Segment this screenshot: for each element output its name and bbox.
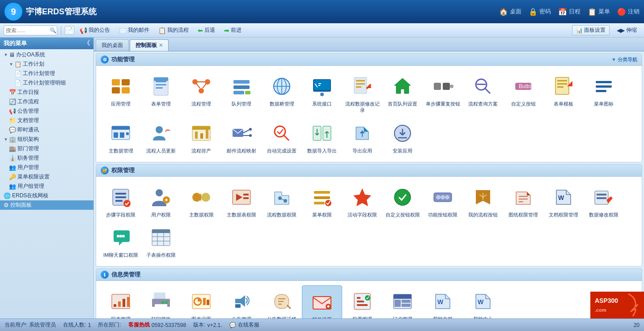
status-online-service[interactable]: 💬 在线客服 bbox=[229, 321, 259, 329]
icon-item-install-app[interactable]: 安装应用 bbox=[382, 117, 423, 157]
icon-item-active-field-auth[interactable]: 活动字段权限 bbox=[342, 181, 382, 221]
sidebar-item-control-panel[interactable]: ⚙ 控制面板 bbox=[0, 200, 93, 210]
sidebar-workflow-label: 工作流程 bbox=[17, 98, 39, 106]
icon-label-menu-icon: 菜单图标 bbox=[594, 101, 614, 107]
panel-setting-button[interactable]: 📊 面板设置 bbox=[572, 25, 610, 35]
toolbar-email[interactable]: ✉️ 我的邮件 bbox=[115, 25, 153, 35]
sidebar-item-workflow[interactable]: 🔄 工作流程 bbox=[0, 97, 93, 106]
svg-rect-84 bbox=[314, 191, 330, 194]
icon-item-menu-auth2[interactable]: 菜单权限 bbox=[302, 181, 342, 221]
sidebar-item-position[interactable]: 👔 职务管理 bbox=[0, 153, 93, 163]
icon-label-drawing-auth: 图纸权限管理 bbox=[508, 212, 538, 218]
icon-item-my-flow-btn[interactable]: 我的流程按钮 bbox=[463, 181, 503, 221]
nav-desktop[interactable]: 🏠 桌面 bbox=[499, 8, 521, 16]
icon-item-flow-query[interactable]: 流程查询方案 bbox=[463, 70, 503, 117]
svg-rect-135 bbox=[394, 294, 411, 299]
sidebar-header: 我的菜单 《 bbox=[0, 38, 93, 49]
icon-item-help-center[interactable]: W帮助中心 bbox=[463, 285, 503, 318]
tab-close-icon[interactable]: ✕ bbox=[159, 42, 163, 48]
sidebar-item-im[interactable]: 💬 即时通讯 bbox=[0, 125, 93, 135]
icon-item-chart-setting[interactable]: 图表设置 bbox=[181, 285, 221, 318]
icon-label-export-app: 导出应用 bbox=[352, 148, 372, 154]
icon-item-form-mgmt[interactable]: 表单管理 bbox=[141, 70, 181, 117]
sidebar-item-user[interactable]: 👥 用户管理 bbox=[0, 163, 93, 172]
nav-calendar[interactable]: 📅 日程 bbox=[558, 8, 580, 16]
sidebar-collapse-button[interactable]: 《 bbox=[84, 39, 90, 47]
icon-item-data-modify-auth[interactable]: 数据修改权限 bbox=[584, 181, 624, 221]
icon-item-custom-btn-auth[interactable]: 自定义按钮权限 bbox=[382, 181, 423, 221]
icon-item-app-mgmt[interactable]: 应用管理 bbox=[101, 70, 141, 117]
icon-item-announcement-data[interactable]: 公告数据迁移 bbox=[262, 285, 302, 318]
sidebar-item-work-plan-mgmt[interactable]: 📄 工作计划管理 bbox=[0, 69, 93, 78]
nav-logout[interactable]: 🔴 注销 bbox=[617, 8, 640, 16]
svg-rect-39 bbox=[555, 77, 569, 94]
sidebar-item-dept[interactable]: 🏬 部门管理 bbox=[0, 144, 93, 153]
icon-item-im-auth[interactable]: IM聊天窗口权限 bbox=[101, 221, 141, 262]
nav-menu[interactable]: 📋 菜单 bbox=[588, 8, 610, 16]
icon-item-queue-mgmt[interactable]: 队列管理 bbox=[221, 70, 262, 117]
sidebar-item-announcement[interactable]: 📢 公告管理 bbox=[0, 106, 93, 116]
icon-item-flow-data-edit[interactable]: 流程数据修改记录 bbox=[342, 70, 382, 117]
icon-item-bridge-mgmt[interactable]: 数据桥管理 bbox=[262, 70, 302, 117]
nav-password[interactable]: 🔒 密码 bbox=[529, 8, 551, 16]
sidebar-item-user-group[interactable]: 👥 用户组管理 bbox=[0, 182, 93, 191]
svg-rect-99 bbox=[597, 194, 606, 195]
icon-label-install-app: 安装应用 bbox=[393, 148, 412, 154]
svg-rect-79 bbox=[243, 194, 249, 195]
search-icon[interactable]: 🔍 bbox=[49, 26, 57, 34]
tab-control[interactable]: 控制面板 ✕ bbox=[130, 39, 169, 51]
icon-item-auto-complete[interactable]: 自动完成设置 bbox=[262, 117, 302, 157]
sidebar-item-menu-auth[interactable]: 🔑 菜单权限设置 bbox=[0, 172, 93, 182]
tab-desktop[interactable]: 我的桌面 bbox=[96, 39, 129, 51]
icon-item-user-auth[interactable]: 用户权限 bbox=[141, 181, 181, 221]
section-function-nav[interactable]: ▼ 分类导航 bbox=[611, 56, 637, 63]
icon-item-step-btn[interactable]: 单步骤重复按钮 bbox=[423, 70, 463, 117]
icon-item-doc-auth[interactable]: W文档权限管理 bbox=[543, 181, 584, 221]
icon-item-mail-flow-map[interactable]: 邮件流程映射 bbox=[221, 117, 262, 157]
icon-item-subtable-auth[interactable]: 子表操作权限 bbox=[141, 221, 181, 262]
toolbar-workflow[interactable]: 📋 我的流程 bbox=[155, 25, 192, 35]
sidebar-item-work-plan-detail[interactable]: 📄 工作计划管理明细 bbox=[0, 78, 93, 88]
icon-item-master-data-auth[interactable]: 主数据权限 bbox=[181, 181, 221, 221]
icon-item-func-btn-auth[interactable]: 功能按钮权限 bbox=[423, 181, 463, 221]
icon-item-help-doc[interactable]: W帮助文档 bbox=[423, 285, 463, 318]
icon-item-step-field-auth[interactable]: 步骤字段权限 bbox=[101, 181, 141, 221]
icon-item-flow-people-update[interactable]: 流程人员更新 bbox=[141, 117, 181, 157]
icon-item-report-mgmt[interactable]: 报表管理 bbox=[101, 285, 141, 318]
icon-item-drawing-auth[interactable]: 图纸权限管理 bbox=[503, 181, 543, 221]
icon-item-export-app[interactable]: 导出应用 bbox=[342, 117, 382, 157]
icon-item-flow-data-auth[interactable]: 流程数据权限 bbox=[262, 181, 302, 221]
search-box[interactable]: 🔍 bbox=[4, 25, 57, 35]
icon-item-mail-setting[interactable]: 邮件设置 bbox=[302, 285, 342, 318]
icon-item-flow-mgmt[interactable]: 流程管理 bbox=[181, 70, 221, 117]
sidebar-item-work-plan[interactable]: ▼ 📋 工作计划 bbox=[0, 59, 93, 69]
icon-item-sys-interface[interactable]: 系统接口 bbox=[302, 70, 342, 117]
icon-item-data-import-export[interactable]: 数据导入导出 bbox=[302, 117, 342, 157]
toolbar-announcement[interactable]: 📢 我的公告 bbox=[76, 25, 114, 35]
expand-button[interactable]: ◀▶ 伸缩 bbox=[613, 25, 640, 35]
icon-item-print-tpl[interactable]: 打印模板 bbox=[141, 285, 181, 318]
sidebar-item-erds[interactable]: 🌐 ERDS在线网核 bbox=[0, 191, 93, 200]
search-input[interactable] bbox=[4, 27, 49, 34]
icon-item-form-tpl[interactable]: 表单模板 bbox=[543, 70, 584, 117]
svg-point-59 bbox=[249, 134, 252, 137]
icon-item-master-data-mgmt[interactable]: 主数据管理 bbox=[101, 117, 141, 157]
icon-item-master-table-auth[interactable]: 主数据表权限 bbox=[221, 181, 262, 221]
icon-item-menu-icon[interactable]: 菜单图标 bbox=[584, 70, 624, 117]
icon-item-home-queue[interactable]: 首页队列设置 bbox=[382, 70, 423, 117]
sidebar-item-document[interactable]: 📁 文档管理 bbox=[0, 116, 93, 125]
toolbar-forward[interactable]: ➡ 前进 bbox=[220, 25, 245, 35]
icon-item-vote-mgmt[interactable]: 投票管理 bbox=[342, 285, 382, 318]
sidebar-item-oa[interactable]: ▼ 🖥 办公OA系统 bbox=[0, 50, 93, 59]
icon-item-portal-mgmt[interactable]: 门户管理 bbox=[382, 285, 423, 318]
section-permission-title: 权限管理 bbox=[111, 166, 135, 174]
svg-text:W: W bbox=[558, 194, 564, 201]
toolbar-back[interactable]: ⬅ 后退 bbox=[194, 25, 219, 35]
icon-item-flow-arrange[interactable]: 流程排产 bbox=[181, 117, 221, 157]
icon-item-announcement-mgmt[interactable]: 公告管理 bbox=[221, 285, 262, 318]
sidebar-item-work-log[interactable]: 📅 工作日报 bbox=[0, 88, 93, 97]
lock-icon: 🔒 bbox=[529, 8, 538, 16]
sidebar-item-org[interactable]: ▼ 🏢 组织架构 bbox=[0, 135, 93, 144]
icon-item-custom-btn[interactable]: Button自定义按钮 bbox=[503, 70, 543, 117]
svg-rect-32 bbox=[443, 83, 450, 90]
